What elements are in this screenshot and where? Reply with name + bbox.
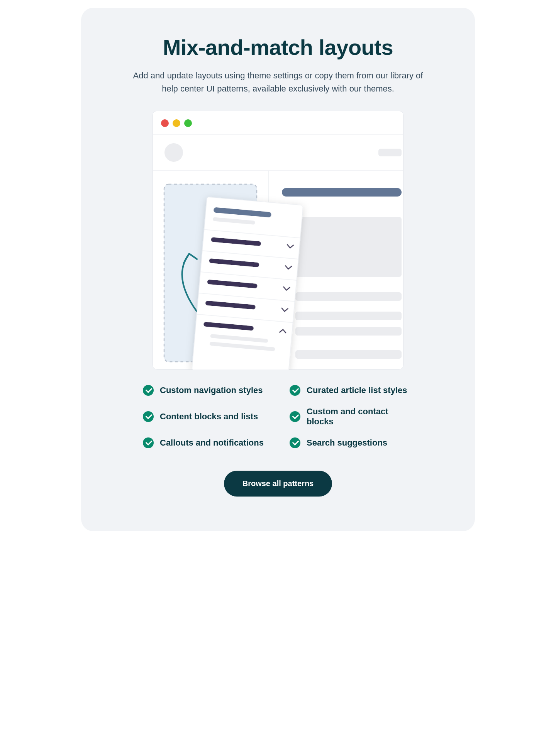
check-icon <box>143 411 154 422</box>
feature-item: Custom and contact blocks <box>290 407 413 427</box>
feature-label: Custom and contact blocks <box>307 407 413 427</box>
section-title: Mix-and-match layouts <box>163 35 393 60</box>
check-icon <box>143 385 154 396</box>
feature-list: Custom navigation styles Curated article… <box>143 385 413 448</box>
svg-rect-11 <box>295 312 402 320</box>
svg-point-3 <box>164 143 183 162</box>
feature-label: Callouts and notifications <box>160 438 264 448</box>
browse-patterns-button[interactable]: Browse all patterns <box>224 471 332 497</box>
feature-item: Curated article list styles <box>290 385 413 396</box>
svg-rect-13 <box>295 350 402 359</box>
check-icon <box>143 437 154 448</box>
traffic-light-green-icon <box>184 119 192 127</box>
layout-illustration <box>153 111 403 370</box>
feature-item: Callouts and notifications <box>143 437 266 448</box>
svg-rect-4 <box>378 149 402 156</box>
svg-rect-8 <box>282 188 402 197</box>
svg-rect-12 <box>295 327 402 336</box>
check-icon <box>290 385 300 396</box>
traffic-light-yellow-icon <box>173 119 180 127</box>
feature-card: Mix-and-match layouts Add and update lay… <box>81 8 475 531</box>
feature-label: Custom navigation styles <box>160 385 263 395</box>
feature-label: Curated article list styles <box>307 385 407 395</box>
check-icon <box>290 437 300 448</box>
feature-label: Content blocks and lists <box>160 412 258 422</box>
feature-item: Content blocks and lists <box>143 407 266 427</box>
check-icon <box>290 411 300 422</box>
feature-label: Search suggestions <box>307 438 387 448</box>
feature-item: Custom navigation styles <box>143 385 266 396</box>
svg-rect-10 <box>295 292 402 301</box>
feature-item: Search suggestions <box>290 437 413 448</box>
traffic-light-red-icon <box>161 119 169 127</box>
section-subtitle: Add and update layouts using theme setti… <box>127 69 429 95</box>
